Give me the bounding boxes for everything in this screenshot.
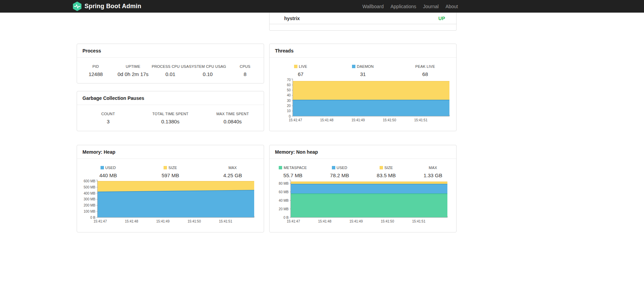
svg-text:300 MB: 300 MB	[84, 197, 96, 201]
process-card-title: Process	[77, 44, 264, 58]
brand-link[interactable]: Spring Boot Admin	[73, 0, 141, 13]
process-metrics: PID UPTIME PROCESS CPU USAGE SYSTEM CPU …	[77, 63, 264, 78]
status-badge: UP	[439, 16, 445, 21]
used-legend-swatch-icon	[332, 166, 335, 169]
svg-text:40 MB: 40 MB	[279, 199, 289, 202]
nav-item-applications[interactable]: Applications	[390, 4, 416, 9]
metric-value: 0.01	[152, 70, 189, 78]
metric-value: 0.10	[189, 70, 227, 78]
svg-text:15:41:47: 15:41:47	[94, 219, 107, 223]
nonheap-card-title: Memory: Non heap	[270, 145, 456, 159]
app-title: Spring Boot Admin	[85, 3, 141, 10]
svg-text:20: 20	[287, 104, 291, 108]
metric-value: 0d 0h 2m 17s	[114, 70, 152, 78]
heap-card-title: Memory: Heap	[77, 145, 264, 159]
application-row[interactable]: hystrix UP	[270, 13, 456, 24]
svg-text:60: 60	[287, 83, 291, 87]
svg-text:15:41:50: 15:41:50	[383, 118, 396, 122]
svg-text:30: 30	[287, 99, 291, 103]
process-card: Process PID UPTIME PROCESS CPU USAGE SYS…	[77, 44, 264, 83]
svg-text:15:41:48: 15:41:48	[320, 118, 334, 122]
legend-label: USED	[316, 164, 363, 171]
gc-pauses-card: Garbage Collection Pauses COUNT TOTAL TI…	[77, 91, 264, 131]
service-name[interactable]: hystrix	[284, 16, 300, 21]
legend-label: SIZE	[139, 164, 202, 171]
metric-value: 12488	[77, 70, 114, 78]
legend-label: DAEMON	[332, 63, 394, 70]
svg-text:70: 70	[287, 78, 291, 82]
svg-text:15:41:51: 15:41:51	[412, 219, 426, 223]
svg-text:15:41:51: 15:41:51	[414, 118, 428, 122]
svg-text:200 MB: 200 MB	[84, 203, 96, 207]
metric-value: 0.0840s	[201, 117, 264, 126]
navbar: Spring Boot Admin Wallboard Applications…	[0, 0, 644, 13]
nav-item-journal[interactable]: Journal	[423, 4, 439, 9]
gc-metrics: COUNT TOTAL TIME SPENT MAX TIME SPENT 3 …	[77, 110, 264, 126]
legend-label: MAX	[201, 164, 264, 171]
svg-text:50: 50	[287, 88, 291, 92]
metric-label: MAX TIME SPENT	[201, 110, 264, 117]
nav-item-wallboard[interactable]: Wallboard	[362, 4, 384, 9]
main-nav: Wallboard Applications Journal About	[362, 0, 458, 13]
metric-label: TOTAL TIME SPENT	[139, 110, 202, 117]
svg-text:15:41:48: 15:41:48	[125, 219, 138, 223]
svg-text:15:41:51: 15:41:51	[219, 219, 232, 223]
svg-text:15:41:47: 15:41:47	[289, 118, 302, 122]
legend-label: USED	[77, 164, 139, 171]
legend-label: METASPACE	[270, 164, 316, 171]
threads-chart: 01020304050607015:41:4715:41:4815:41:491…	[277, 77, 452, 126]
legend-label: SIZE	[363, 164, 410, 171]
svg-text:500 MB: 500 MB	[84, 185, 96, 189]
svg-text:60 MB: 60 MB	[279, 190, 289, 194]
svg-text:0 B: 0 B	[90, 216, 95, 219]
svg-text:40: 40	[287, 93, 291, 97]
memory-nonheap-chart: 0 B20 MB40 MB60 MB80 MB15:41:4715:41:481…	[275, 178, 450, 227]
application-status-card: hystrix UP	[269, 13, 457, 31]
svg-text:0: 0	[289, 115, 291, 118]
metric-label: CPUS	[226, 63, 264, 70]
svg-text:600 MB: 600 MB	[84, 179, 96, 183]
threads-card-title: Threads	[270, 44, 456, 58]
heap-legend: USED SIZE MAX 440 MB 597 MB 4.25 GB	[77, 164, 264, 180]
svg-text:15:41:50: 15:41:50	[381, 219, 394, 223]
svg-text:100 MB: 100 MB	[84, 210, 96, 213]
metaspace-legend-swatch-icon	[279, 166, 282, 169]
svg-text:400 MB: 400 MB	[84, 192, 96, 195]
size-legend-swatch-icon	[164, 166, 167, 169]
metric-value: 8	[226, 70, 264, 78]
used-legend-swatch-icon	[101, 166, 104, 169]
legend-label: PEAK LIVE	[394, 63, 456, 70]
size-legend-swatch-icon	[380, 166, 383, 169]
threads-legend: LIVE DAEMON PEAK LIVE 67 31 68	[270, 63, 456, 78]
svg-text:15:41:49: 15:41:49	[352, 118, 365, 122]
metric-label: SYSTEM CPU USAGE	[189, 63, 227, 70]
svg-text:15:41:49: 15:41:49	[350, 219, 363, 223]
nonheap-legend: METASPACE USED SIZE MAX 55.7 MB 78.2 MB …	[270, 164, 456, 180]
svg-text:15:41:47: 15:41:47	[287, 219, 300, 223]
svg-text:15:41:50: 15:41:50	[188, 219, 201, 223]
metric-label: PROCESS CPU USAGE	[152, 63, 189, 70]
metric-label: PID	[77, 63, 114, 70]
metric-label: UPTIME	[114, 63, 152, 70]
legend-label: MAX	[410, 164, 456, 171]
metric-value: 3	[77, 117, 139, 126]
metric-label: COUNT	[77, 110, 139, 117]
memory-heap-chart: 0 B100 MB200 MB300 MB400 MB500 MB600 MB1…	[82, 178, 257, 227]
svg-text:10: 10	[287, 109, 291, 113]
memory-heap-card: Memory: Heap USED SIZE MAX 440 MB 597 MB…	[77, 145, 264, 232]
memory-nonheap-card: Memory: Non heap METASPACE USED SIZE MAX…	[269, 145, 457, 232]
threads-card: Threads LIVE DAEMON PEAK LIVE 67 31 68 0…	[269, 44, 457, 131]
legend-label: LIVE	[270, 63, 332, 70]
spring-boot-admin-logo-icon	[73, 1, 82, 11]
live-legend-swatch-icon	[294, 65, 297, 68]
svg-text:15:41:49: 15:41:49	[156, 219, 170, 223]
svg-text:80 MB: 80 MB	[279, 182, 289, 185]
svg-text:15:41:48: 15:41:48	[318, 219, 332, 223]
metric-value: 0.1380s	[139, 117, 202, 126]
svg-text:0 B: 0 B	[283, 216, 289, 219]
daemon-legend-swatch-icon	[352, 65, 355, 68]
svg-text:20 MB: 20 MB	[279, 207, 289, 211]
gc-card-title: Garbage Collection Pauses	[77, 91, 264, 105]
nav-item-about[interactable]: About	[445, 4, 458, 9]
